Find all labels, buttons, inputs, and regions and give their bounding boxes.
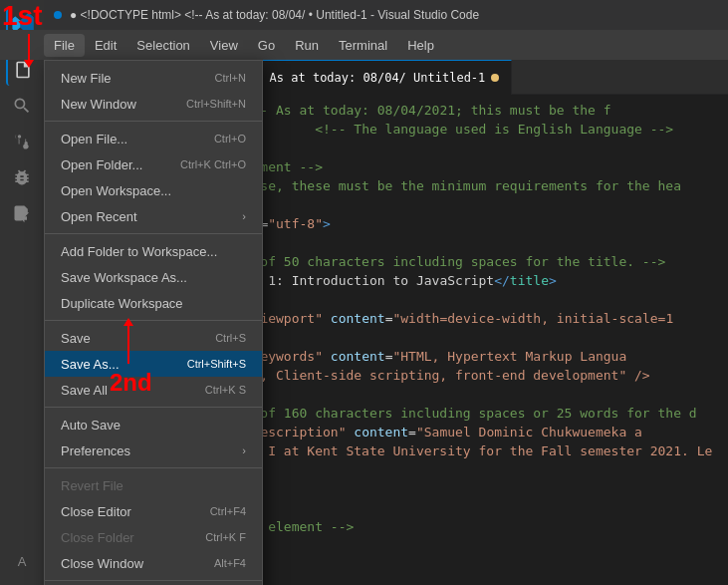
menu-run[interactable]: Run <box>285 34 329 57</box>
menu-save[interactable]: Save Ctrl+S <box>45 325 262 351</box>
menu-save-all[interactable]: Save All Ctrl+K S <box>45 377 262 403</box>
separator-4 <box>45 407 262 408</box>
separator-2 <box>45 233 262 234</box>
file-dropdown: New File Ctrl+N New Window Ctrl+Shift+N … <box>44 60 263 585</box>
source-control-icon[interactable] <box>6 126 38 157</box>
menu-view[interactable]: View <box>200 34 248 57</box>
menu-preferences[interactable]: Preferences › <box>45 438 262 463</box>
title-bar: ● <!DOCTYPE html> <!-- As at today: 08/0… <box>0 0 728 30</box>
menu-go[interactable]: Go <box>248 34 285 57</box>
tab-modified-dot <box>491 74 499 82</box>
menu-save-workspace-as[interactable]: Save Workspace As... <box>45 264 262 290</box>
title-bar-icon <box>54 11 62 19</box>
menu-close-editor[interactable]: Close Editor Ctrl+F4 <box>45 498 262 524</box>
menu-new-file[interactable]: New File Ctrl+N <box>45 65 262 91</box>
extensions-icon[interactable] <box>6 197 38 229</box>
menu-new-window[interactable]: New Window Ctrl+Shift+N <box>45 91 262 117</box>
menu-terminal[interactable]: Terminal <box>329 34 397 57</box>
menu-close-window[interactable]: Close Window Alt+F4 <box>45 550 262 576</box>
menu-help[interactable]: Help <box>397 34 444 57</box>
menu-add-folder[interactable]: Add Folder to Workspace... <box>45 238 262 264</box>
menu-close-folder: Close Folder Ctrl+K F <box>45 524 262 550</box>
menu-edit[interactable]: Edit <box>85 34 126 57</box>
menu-revert-file: Revert File <box>45 472 262 498</box>
separator-5 <box>45 467 262 468</box>
menu-open-workspace[interactable]: Open Workspace... <box>45 177 262 203</box>
menu-bar: File Edit Selection View Go Run Terminal… <box>0 30 728 60</box>
menu-auto-save[interactable]: Auto Save <box>45 412 262 438</box>
activity-bar: A <box>0 0 44 585</box>
menu-save-as[interactable]: Save As... Ctrl+Shift+S <box>45 351 262 377</box>
search-icon[interactable] <box>6 90 38 122</box>
separator-3 <box>45 320 262 321</box>
menu-selection[interactable]: Selection <box>126 34 199 57</box>
separator-6 <box>45 580 262 581</box>
menu-open-file[interactable]: Open File... Ctrl+O <box>45 126 262 151</box>
remote-icon[interactable]: A <box>6 545 38 577</box>
menu-open-folder[interactable]: Open Folder... Ctrl+K Ctrl+O <box>45 151 262 177</box>
menu-file[interactable]: File <box>44 34 85 57</box>
separator-1 <box>45 121 262 122</box>
menu-duplicate-workspace[interactable]: Duplicate Workspace <box>45 290 262 316</box>
menu-open-recent[interactable]: Open Recent › <box>45 203 262 229</box>
debug-icon[interactable] <box>6 161 38 193</box>
title-bar-text: ● <!DOCTYPE html> <!-- As at today: 08/0… <box>70 8 479 22</box>
